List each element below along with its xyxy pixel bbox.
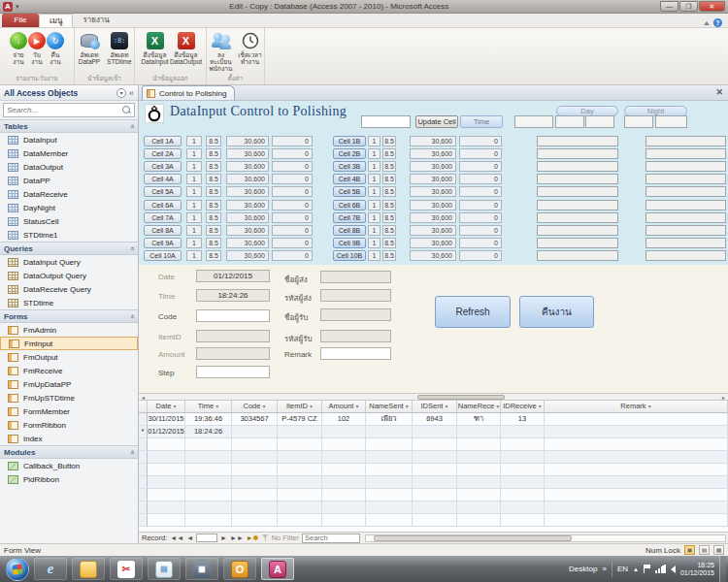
taskbar-calculator-button[interactable]: ▦ [185,558,218,580]
nav-item-fmadmin[interactable]: FmAdmin [0,323,138,337]
column-dropdown-icon[interactable]: ▾ [355,404,358,409]
close-button[interactable]: ✕ [699,1,725,12]
design-view-icon[interactable]: ▦ [713,545,724,555]
datasheet-cell[interactable]: 01/12/2015 [148,426,185,438]
tab-control-to-polishing[interactable]: Control to Polishing [142,85,235,100]
datasheet-cell[interactable] [278,426,322,438]
collapse-chevron-icon[interactable]: « [127,450,136,454]
nav-item-callback-button[interactable]: Callback_Button [0,459,138,472]
record-search-input[interactable] [302,534,360,543]
cell-button-cell-4b[interactable]: Cell 4B [333,174,366,184]
scrollbar-thumb[interactable] [374,535,571,541]
nav-item-daynight[interactable]: DayNight [0,201,138,214]
cell-button-cell-2b[interactable]: Cell 2B [333,148,366,159]
update-stdtime-button[interactable]: :8: อัพเดท STDtime [105,30,134,74]
datasheet-cell[interactable] [501,426,545,438]
collapse-chevron-icon[interactable]: « [127,124,136,128]
taskbar-snipping-button[interactable]: ✂ [110,558,143,580]
nav-item-datapp[interactable]: DataPP [0,174,138,187]
datasheet-horizontal-scrollbar[interactable] [365,534,726,542]
cell-button-cell-1b[interactable]: Cell 1B [333,136,366,146]
new-record-icon[interactable]: ►✱ [247,534,259,542]
taskbar-notes-button[interactable]: ▤ [148,558,181,580]
taskbar-access-button[interactable]: A [261,558,294,580]
select-all-cell[interactable] [139,401,148,413]
nav-section-tables[interactable]: Tables« [0,119,138,133]
nav-search-input[interactable] [4,105,122,116]
column-dropdown-icon[interactable]: ▾ [648,404,651,409]
nav-item-formribbon[interactable]: FormRibbon [0,418,138,432]
nav-item-index[interactable]: Index [0,432,138,445]
record-selector[interactable] [139,489,148,501]
record-selector[interactable] [139,451,148,464]
nav-item-datainput-query[interactable]: DataInput Query [0,255,138,269]
nav-item-fmupdatapp[interactable]: FmUpDataPP [0,377,138,391]
cell-button-cell-8a[interactable]: Cell 8A [144,225,182,236]
nav-item-stdtime[interactable]: STDtime [0,296,138,309]
record-selector[interactable] [139,501,148,514]
datasheet-cell[interactable]: 30/11/2015 [148,413,185,426]
toolbar-overflow-icon[interactable]: » [602,565,606,573]
datasheet-cell[interactable] [322,426,366,438]
column-header-time[interactable]: Time▾ [185,401,232,413]
show-desktop-button[interactable] [719,556,726,582]
cell-button-cell-7a[interactable]: Cell 7A [144,212,182,223]
nav-menu-dropdown-icon[interactable]: ▾ [116,88,126,98]
nav-section-modules[interactable]: Modules« [0,445,138,459]
update-cell-input[interactable] [361,115,411,128]
column-header-itemid[interactable]: ItemID▾ [278,401,322,413]
column-dropdown-icon[interactable]: ▾ [406,404,409,409]
datasheet-cell[interactable]: ฑา [457,413,501,426]
help-icon[interactable]: ? [713,18,722,27]
column-header-namerece[interactable]: NameRece▾ [457,401,501,413]
datasheet-cell[interactable]: 19:36:46 [185,413,232,426]
datasheet-cell[interactable] [545,413,728,426]
column-header-code[interactable]: Code▾ [232,401,278,413]
nav-item-dataoutput-query[interactable]: DataOutput Query [0,269,138,282]
time-button[interactable]: Time [460,115,503,128]
desktop-toolbar[interactable]: Desktop [569,565,597,573]
start-button[interactable] [6,558,29,581]
column-header-namesent[interactable]: NameSent▾ [366,401,413,413]
register-employee-button[interactable]: ลงทะเบียน พนักงาน [207,30,235,74]
nav-item-fmupstdtime[interactable]: FmUpSTDtime [0,391,138,404]
nav-item-datareceive-query[interactable]: DataReceive Query [0,282,138,296]
cell-button-cell-10b[interactable]: Cell 10B [333,250,366,261]
cell-button-cell-3b[interactable]: Cell 3B [333,161,366,172]
nav-item-datareceive[interactable]: DataReceive [0,187,138,201]
check-worktime-button[interactable]: เช็คเวลา ทำงาน [236,30,264,74]
column-header-idsent[interactable]: IDSent▾ [413,401,457,413]
next-record-icon[interactable]: ► [220,534,227,541]
collapse-chevron-icon[interactable]: « [127,246,136,250]
datasheet-cell[interactable] [457,426,501,438]
filter-icon[interactable] [262,534,269,541]
datasheet-view-icon[interactable]: ▤ [699,545,710,555]
tab-menu[interactable]: เมนู [39,14,73,27]
datasheet-cell[interactable]: P-4579 CZ [278,413,322,426]
cell-button-cell-10a[interactable]: Cell 10A [144,250,182,261]
record-selector[interactable] [139,438,148,451]
cell-button-cell-6b[interactable]: Cell 6B [333,200,366,210]
datasheet-cell[interactable] [413,426,457,438]
column-dropdown-icon[interactable]: ▾ [173,404,176,409]
nav-item-formmember[interactable]: FormMember [0,404,138,418]
taskbar-ie-button[interactable]: e [34,558,67,580]
column-header-amount[interactable]: Amount▾ [322,401,366,413]
cell-button-cell-9a[interactable]: Cell 9A [144,238,182,248]
cell-button-cell-4a[interactable]: Cell 4A [144,174,182,184]
return-work-button[interactable]: คืนงาน [519,296,594,328]
taskbar-outlook-button[interactable]: O [223,558,256,580]
language-indicator[interactable]: EN [617,565,628,573]
field-input[interactable] [197,367,269,377]
cell-button-cell-1a[interactable]: Cell 1A [144,136,182,146]
nav-item-fminput[interactable]: FmInput [0,337,138,350]
nav-item-stdtime1[interactable]: STDtime1 [0,228,138,242]
cell-button-cell-3a[interactable]: Cell 3A [144,161,182,172]
column-dropdown-icon[interactable]: ▾ [496,404,499,409]
nav-section-forms[interactable]: Forms« [0,309,138,323]
column-dropdown-icon[interactable]: ▾ [262,404,265,409]
cell-button-cell-9b[interactable]: Cell 9B [333,238,366,248]
column-dropdown-icon[interactable]: ▾ [445,404,447,409]
datasheet-cell[interactable]: 3034567 [232,413,278,426]
minimize-button[interactable]: — [660,1,678,12]
